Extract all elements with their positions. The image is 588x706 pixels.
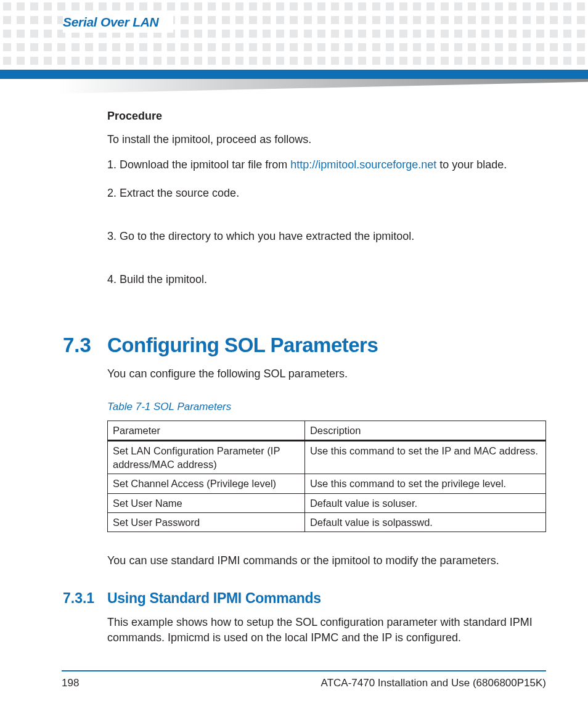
section-7-3-1-heading: 7.3.1 Using Standard IPMI Commands — [63, 589, 546, 608]
section-7-3-after-table: You can use standard IPMI commands or th… — [107, 553, 546, 568]
table-header-row: Parameter Description — [108, 421, 546, 440]
header-grey-wedge — [0, 79, 588, 95]
table-row: Set LAN Configuration Parameter (IP addr… — [108, 440, 546, 474]
section-7-3-intro: You can configure the following SOL para… — [107, 366, 546, 381]
step-text-pre: Extract the source code. — [120, 187, 239, 199]
step-text-pre: Build the ipmitool. — [120, 273, 207, 285]
table-row: Set User Name Default value is soluser. — [108, 493, 546, 512]
table-cell: Default value is soluser. — [304, 493, 545, 512]
table-cell: Set Channel Access (Privilege level) — [108, 474, 305, 493]
footer-rule — [62, 670, 546, 671]
procedure-step: Extract the source code. — [107, 186, 546, 200]
page-content: Procedure To install the ipmitool, proce… — [107, 109, 546, 646]
header-blue-rule — [0, 70, 588, 79]
subsection-number: 7.3.1 — [63, 589, 107, 608]
table-cell: Set User Password — [108, 512, 305, 532]
table-cell: Set User Name — [108, 493, 305, 512]
table-header-cell: Description — [304, 421, 545, 440]
section-title: Configuring SOL Parameters — [107, 332, 378, 359]
step-text-pre: Go to the directory to which you have ex… — [120, 230, 414, 242]
section-number: 7.3 — [63, 332, 107, 359]
table-cell: Use this command to set the privilege le… — [304, 474, 545, 493]
procedure-step: Go to the directory to which you have ex… — [107, 229, 546, 244]
step-text-post: to your blade. — [436, 158, 507, 171]
document-footer: ATCA-7470 Installation and Use (6806800P… — [321, 677, 546, 689]
table-caption: Table 7-1 SOL Parameters — [107, 400, 546, 414]
page-number: 198 — [62, 677, 79, 689]
step-text-pre: Download the ipmitool tar file from — [120, 158, 290, 171]
table-cell: Set LAN Configuration Parameter (IP addr… — [108, 440, 305, 474]
procedure-heading: Procedure — [107, 109, 546, 123]
section-7-3-heading: 7.3 Configuring SOL Parameters — [63, 332, 546, 359]
procedure-step: Download the ipmitool tar file from http… — [107, 157, 546, 172]
procedure-intro: To install the ipmitool, proceed as foll… — [107, 132, 546, 147]
section-7-3-1-body: This example shows how to setup the SOL … — [107, 615, 546, 646]
table-row: Set Channel Access (Privilege level) Use… — [108, 474, 546, 493]
sol-parameters-table: Parameter Description Set LAN Configurat… — [107, 421, 546, 533]
procedure-step: Build the ipmitool. — [107, 272, 546, 287]
procedure-steps: Download the ipmitool tar file from http… — [107, 157, 546, 287]
subsection-title: Using Standard IPMI Commands — [107, 589, 321, 608]
table-cell: Default value is solpasswd. — [304, 512, 545, 532]
table-header-cell: Parameter — [108, 421, 305, 440]
table-row: Set User Password Default value is solpa… — [108, 512, 546, 532]
table-cell: Use this command to set the IP and MAC a… — [304, 440, 545, 474]
ipmitool-link[interactable]: http://ipmitool.sourceforge.net — [290, 158, 436, 171]
header-section-title: Serial Over LAN — [63, 12, 173, 33]
